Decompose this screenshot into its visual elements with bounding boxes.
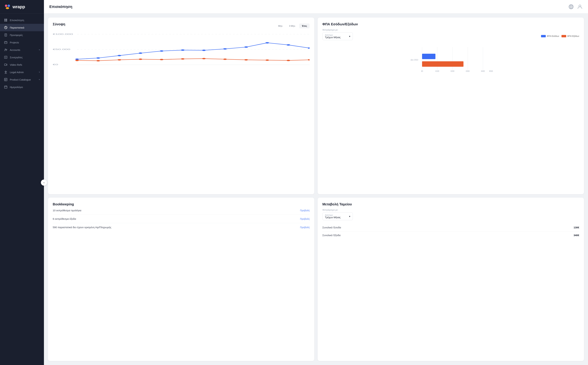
sidebar-item-accounts[interactable]: Accounts ▾ [0,46,44,54]
period-tab-year[interactable]: Έτος [299,23,310,28]
sidebar-item-legal-admin[interactable]: Legal Admin ▾ [0,68,44,76]
expense-dot [160,59,163,60]
income-bar [422,54,435,59]
stat-row-expense: Συνολικά Έξοδα 340€ [322,232,579,239]
sidebar-item-label: Προσφορές [10,34,40,36]
svg-text:Δεκ 2022: Δεκ 2022 [411,59,418,61]
svg-rect-28 [4,86,7,88]
svg-point-16 [5,49,6,50]
topbar-icons [568,4,583,9]
expense-dot [202,58,206,59]
vat-select[interactable]: Διάστημα Τρέχων Μήνας ▾ [322,32,353,40]
sidebar-item-product-catalogue[interactable]: Product Catalogue ▾ [0,76,44,83]
expense-dot [287,60,290,61]
treasury-card: Μεταβολή Ταμείου Φιλτράρισμα με: Διάστημ… [318,198,584,361]
sidebar-item-imerologio[interactable]: Ημερολόγιο [0,83,44,91]
receipt-icon [4,26,7,29]
sidebar-item-label: Παραστατικά [10,26,40,29]
partners-icon [4,56,7,59]
projects-icon [4,41,7,44]
summary-card: Σύνοψη Μην. 3 Μην. Έτος €100.000 €50.000… [48,18,314,194]
income-dot [97,57,100,59]
sidebar-item-prosfores[interactable]: Προσφορές [0,31,44,39]
svg-point-0 [5,5,7,7]
vat-chart: Δεκ 2022 €0 €100 €200 €300 €4 [322,45,579,72]
stat-label: Συνολικά Έξοδα [322,234,340,237]
select-label: Διάστημα [325,214,341,216]
sidebar-item-synergatai[interactable]: Συνεργάτες [0,54,44,61]
stat-row-income: Συνολικά Έσοδα 130€ [322,224,579,232]
calendar-icon [4,85,7,89]
catalogue-icon [4,78,7,81]
legend-expense: ΦΠΑ Εξόδων [561,35,579,37]
main-area: Επισκόπηση Σύνοψη Μην. 3 Μην. [44,0,588,365]
income-dot [160,50,163,52]
svg-point-1 [7,5,10,7]
dashboard-content: Σύνοψη Μην. 3 Μην. Έτος €100.000 €50.000… [44,14,588,365]
select-label: Διάστημα [325,34,341,36]
bookkeeping-title: Bookkeeping [53,202,74,206]
svg-rect-12 [4,42,7,44]
sidebar-item-label: Product Catalogue [10,78,36,81]
grid-icon [4,18,7,22]
accounts-icon [4,48,7,51]
expense-line [77,59,310,61]
sidebar-item-episkopisi[interactable]: Επισκόπηση [0,16,44,24]
treasury-select[interactable]: Διάστημα Τρέχων Μήνας ▾ [322,212,353,220]
bookkeeping-row: 10 εκπρόθεσμα τιμολόγια Προβολή [53,206,310,215]
select-value: Τρέχων Μήνας [325,216,341,219]
legend-expense-label: ΦΠΑ Εξόδων [567,35,579,37]
bk-link[interactable]: Προβολή [300,209,310,212]
sidebar-item-video-refs[interactable]: Video Refs [0,61,44,68]
income-dot [118,55,121,56]
sidebar-item-projects[interactable]: Projects [0,39,44,46]
sidebar: wrapp Επισκόπηση Παραστατικά [0,0,44,365]
logo-area: wrapp [0,0,44,14]
user-icon[interactable] [577,4,583,9]
expense-dot [139,59,142,60]
expense-dot [223,59,227,60]
sidebar-item-label: Legal Admin [10,71,36,74]
logo-text: wrapp [13,4,25,9]
income-dot [139,53,142,54]
sidebar-item-parastatika[interactable]: Παραστατικά [0,24,44,31]
svg-text:€100: €100 [435,70,439,72]
vat-chart-svg: Δεκ 2022 €0 €100 €200 €300 €4 [322,45,579,72]
sidebar-item-label: Video Refs [10,63,40,66]
bookkeeping-rows: 10 εκπρόθεσμα τιμολόγια Προβολή 6 εκπρόθ… [53,206,310,232]
wrapp-logo-icon [4,3,11,10]
sidebar-item-label: Συνεργάτες [10,56,40,59]
bk-link[interactable]: Προβολή [300,226,310,229]
svg-rect-21 [4,64,7,65]
svg-text:€300: €300 [466,70,470,72]
expense-dot [75,60,79,61]
sidebar-collapse-button[interactable]: ‹‹ [41,180,47,186]
expense-dot [265,59,269,61]
treasury-filter-label: Φιλτράρισμα με: [322,209,579,211]
bk-link[interactable]: Προβολή [300,218,310,220]
select-value: Τρέχων Μήνας [325,36,341,39]
svg-text:€100.000: €100.000 [53,33,73,35]
income-dot [181,49,184,51]
income-dot [75,59,79,60]
treasury-filter: Φιλτράρισμα με: Διάστημα Τρέχων Μήνας ▾ [322,209,579,220]
period-tab-3month[interactable]: 3 Μην. [287,23,298,28]
svg-text:€50.000: €50.000 [53,48,70,50]
bookkeeping-card: Bookkeeping 10 εκπρόθεσμα τιμολόγια Προβ… [48,198,314,361]
income-dot [265,42,269,43]
globe-icon[interactable] [568,4,574,9]
period-tab-month[interactable]: Μην. [276,23,286,28]
chevron-down-icon: ▾ [39,78,40,81]
income-dot [244,46,248,48]
page-title: Επισκόπηση [49,5,72,9]
legend-expense-color [561,35,566,37]
svg-text:€400: €400 [481,70,485,72]
income-dot [202,50,206,51]
bk-text: 6 εκπρόθεσμα έξοδα [53,217,76,220]
doc-icon [4,33,7,37]
bk-text: 10 εκπρόθεσμα τιμολόγια [53,209,81,212]
bk-text: 590 παραστατικά δεν έχουν ορισμένη Ημ/Πλ… [53,226,111,229]
bookkeeping-row: 6 εκπρόθεσμα έξοδα Προβολή [53,215,310,223]
svg-rect-18 [4,56,7,58]
chevron-down-icon: ▾ [349,215,350,218]
